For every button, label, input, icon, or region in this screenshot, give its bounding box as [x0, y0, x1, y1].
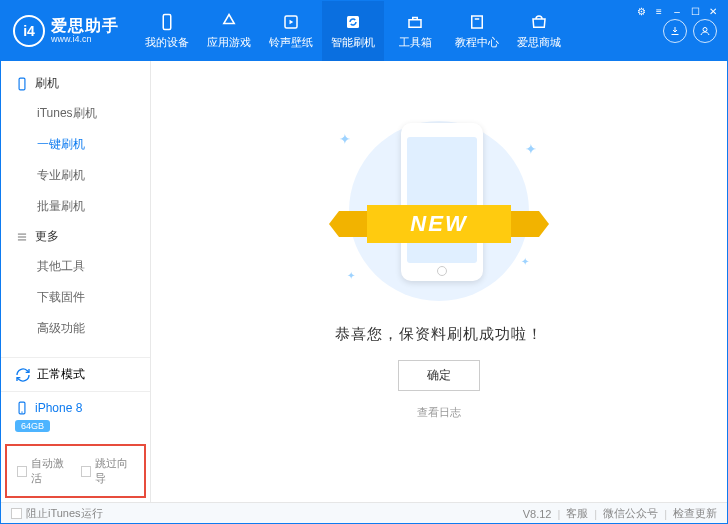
maximize-button[interactable]: ☐	[688, 4, 702, 18]
wechat-link[interactable]: 微信公众号	[603, 506, 658, 521]
auto-activate-checkbox[interactable]: 自动激活	[17, 456, 71, 486]
book-icon	[467, 12, 487, 32]
sidebar-item[interactable]: 其他工具	[1, 251, 150, 282]
toolbox-icon	[405, 12, 425, 32]
shop-icon	[529, 12, 549, 32]
device-panel[interactable]: iPhone 8 64GB	[1, 391, 150, 440]
sidebar-item[interactable]: 一键刷机	[1, 129, 150, 160]
device-icon	[15, 400, 29, 416]
main-content: ✦ ✦ ✦ ✦ NEW 恭喜您，保资料刷机成功啦！ 确定 查看日志	[151, 61, 727, 502]
status-bar: 阻止iTunes运行 V8.12 | 客服 | 微信公众号 | 检查更新	[1, 502, 727, 524]
list-icon	[15, 230, 29, 244]
nav-label: 智能刷机	[331, 35, 375, 50]
refresh-icon	[343, 12, 363, 32]
app-url: www.i4.cn	[51, 35, 119, 45]
refresh-icon	[15, 367, 31, 383]
support-link[interactable]: 客服	[566, 506, 588, 521]
svg-rect-7	[19, 78, 25, 90]
settings-icon[interactable]: ⚙	[634, 4, 648, 18]
svg-rect-0	[163, 15, 171, 30]
sidebar-item[interactable]: 下载固件	[1, 282, 150, 313]
top-nav: 我的设备应用游戏铃声壁纸智能刷机工具箱教程中心爱思商城	[136, 1, 570, 61]
nav-app[interactable]: 应用游戏	[198, 1, 260, 61]
svg-rect-4	[472, 16, 483, 28]
nav-label: 工具箱	[399, 35, 432, 50]
storage-badge: 64GB	[15, 420, 50, 432]
nav-label: 爱思商城	[517, 35, 561, 50]
highlighted-options: 自动激活 跳过向导	[5, 444, 146, 498]
sidebar-item[interactable]: 专业刷机	[1, 160, 150, 191]
menu-icon[interactable]: ≡	[652, 4, 666, 18]
account-button[interactable]	[693, 19, 717, 43]
mode-indicator[interactable]: 正常模式	[1, 358, 150, 391]
sidebar-item[interactable]: 高级功能	[1, 313, 150, 344]
nav-shop[interactable]: 爱思商城	[508, 1, 570, 61]
block-itunes-checkbox[interactable]: 阻止iTunes运行	[11, 506, 103, 521]
svg-rect-2	[347, 16, 359, 28]
nav-phone[interactable]: 我的设备	[136, 1, 198, 61]
confirm-button[interactable]: 确定	[398, 360, 480, 391]
app-title: 爱思助手	[51, 17, 119, 35]
nav-label: 教程中心	[455, 35, 499, 50]
app-header: i4 爱思助手 www.i4.cn 我的设备应用游戏铃声壁纸智能刷机工具箱教程中…	[1, 1, 727, 61]
logo-icon: i4	[13, 15, 45, 47]
svg-point-6	[703, 28, 707, 32]
sidebar-group-more: 更多	[1, 222, 150, 251]
phone-icon	[15, 77, 29, 91]
success-illustration: ✦ ✦ ✦ ✦ NEW	[329, 111, 549, 311]
nav-book[interactable]: 教程中心	[446, 1, 508, 61]
nav-toolbox[interactable]: 工具箱	[384, 1, 446, 61]
nav-label: 铃声壁纸	[269, 35, 313, 50]
minimize-button[interactable]: –	[670, 4, 684, 18]
nav-label: 应用游戏	[207, 35, 251, 50]
sidebar-item[interactable]: iTunes刷机	[1, 98, 150, 129]
sidebar-group-flash: 刷机	[1, 69, 150, 98]
music-icon	[281, 12, 301, 32]
sidebar-item[interactable]: 批量刷机	[1, 191, 150, 222]
success-message: 恭喜您，保资料刷机成功啦！	[335, 325, 543, 344]
view-log-link[interactable]: 查看日志	[417, 405, 461, 420]
version-label: V8.12	[523, 508, 552, 520]
download-button[interactable]	[663, 19, 687, 43]
device-name: iPhone 8	[35, 401, 82, 415]
skip-wizard-checkbox[interactable]: 跳过向导	[81, 456, 135, 486]
app-icon	[219, 12, 239, 32]
mode-label: 正常模式	[37, 366, 85, 383]
close-button[interactable]: ✕	[706, 4, 720, 18]
nav-label: 我的设备	[145, 35, 189, 50]
new-ribbon: NEW	[367, 205, 511, 243]
sidebar: 刷机 iTunes刷机一键刷机专业刷机批量刷机 更多 其他工具下载固件高级功能 …	[1, 61, 151, 502]
nav-music[interactable]: 铃声壁纸	[260, 1, 322, 61]
window-controls: ⚙ ≡ – ☐ ✕	[634, 4, 720, 18]
logo-area: i4 爱思助手 www.i4.cn	[1, 15, 136, 47]
nav-refresh[interactable]: 智能刷机	[322, 1, 384, 61]
svg-rect-3	[409, 20, 421, 28]
phone-icon	[157, 12, 177, 32]
update-link[interactable]: 检查更新	[673, 506, 717, 521]
